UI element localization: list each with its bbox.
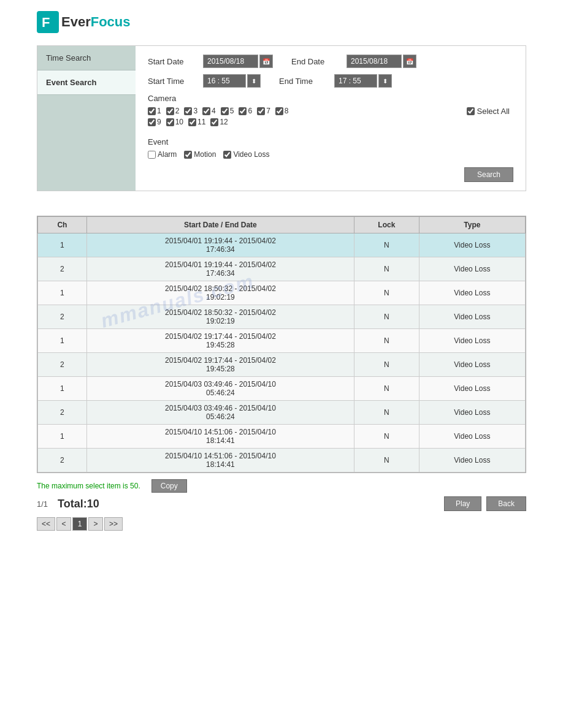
cell-ch: 2	[38, 449, 87, 472]
cell-lock: N	[354, 233, 419, 257]
event-checkbox-motion[interactable]	[184, 151, 192, 159]
play-button[interactable]: Play	[444, 496, 481, 511]
cell-lock: N	[354, 257, 419, 281]
event-checkbox-video-loss[interactable]	[223, 151, 231, 159]
cell-ch: 1	[38, 281, 87, 305]
pagination-last-button[interactable]: >>	[104, 517, 123, 531]
table-row[interactable]: 12015/04/02 19:17:44 - 2015/04/02 19:45:…	[38, 329, 526, 353]
cell-type: Video Loss	[419, 449, 525, 472]
start-time-spinner-button[interactable]: ⬍	[247, 74, 261, 88]
cell-dates: 2015/04/03 03:49:46 - 2015/04/10 05:46:2…	[86, 377, 354, 401]
table-row[interactable]: 12015/04/01 19:19:44 - 2015/04/02 17:46:…	[38, 233, 526, 257]
logo-text: EverFocus	[61, 14, 131, 30]
table-row[interactable]: 22015/04/01 19:19:44 - 2015/04/02 17:46:…	[38, 257, 526, 281]
search-button[interactable]: Search	[464, 167, 513, 182]
page-info: 1/1 Total:10	[37, 498, 99, 510]
cell-type: Video Loss	[419, 305, 525, 329]
cell-ch: 1	[38, 233, 87, 257]
camera-checkbox-1[interactable]	[148, 107, 156, 115]
page-fraction: 1/1	[37, 499, 48, 509]
table-row[interactable]: 22015/04/03 03:49:46 - 2015/04/10 05:46:…	[38, 401, 526, 425]
camera-checkbox-12[interactable]	[210, 118, 218, 126]
event-section: Event Alarm Motion Video Loss	[148, 137, 513, 159]
select-all-checkbox[interactable]	[467, 107, 475, 115]
cell-ch: 1	[38, 377, 87, 401]
table-row[interactable]: 22015/04/02 18:50:32 - 2015/04/02 19:02:…	[38, 305, 526, 329]
camera-item-7: 7	[257, 107, 270, 115]
camera-item-5: 5	[221, 107, 234, 115]
cell-dates: 2015/04/02 18:50:32 - 2015/04/02 19:02:1…	[86, 305, 354, 329]
camera-checkbox-5[interactable]	[221, 107, 229, 115]
pagination-first-button[interactable]: <<	[37, 517, 55, 531]
col-type: Type	[419, 217, 525, 233]
max-note: The maximum select item is 50.	[37, 482, 140, 490]
pagination-current-button[interactable]: 1	[72, 517, 87, 531]
camera-label: Camera	[148, 94, 513, 103]
logo-area: F EverFocus	[0, 0, 563, 39]
camera-checkbox-2[interactable]	[166, 107, 174, 115]
cell-dates: 2015/04/02 19:17:44 - 2015/04/02 19:45:2…	[86, 353, 354, 377]
cell-ch: 2	[38, 305, 87, 329]
start-time-input[interactable]	[203, 74, 246, 88]
start-date-label: Start Date	[148, 57, 203, 66]
event-checkbox-alarm[interactable]	[148, 151, 156, 159]
start-date-calendar-button[interactable]: 📅	[259, 55, 273, 68]
cell-dates: 2015/04/03 03:49:46 - 2015/04/10 05:46:2…	[86, 401, 354, 425]
back-button[interactable]: Back	[486, 496, 526, 511]
camera-checkbox-4[interactable]	[202, 107, 210, 115]
cell-dates: 2015/04/01 19:19:44 - 2015/04/02 17:46:3…	[86, 257, 354, 281]
start-date-input[interactable]	[203, 55, 258, 68]
end-date-input[interactable]	[347, 55, 402, 68]
camera-checkbox-7[interactable]	[257, 107, 265, 115]
cell-type: Video Loss	[419, 281, 525, 305]
event-item-video-loss: Video Loss	[223, 150, 269, 159]
cell-lock: N	[354, 401, 419, 425]
sidebar-item-time-search[interactable]: Time Search	[37, 46, 136, 70]
total-label: Total:10	[58, 498, 99, 510]
camera-section: Camera 1 2 3	[148, 94, 513, 129]
table-row[interactable]: 22015/04/02 19:17:44 - 2015/04/02 19:45:…	[38, 353, 526, 377]
everfocus-logo-icon: F	[37, 11, 59, 33]
table-row[interactable]: 12015/04/02 18:50:32 - 2015/04/02 19:02:…	[38, 281, 526, 305]
pagination-next-button[interactable]: >	[88, 517, 103, 531]
camera-checkbox-10[interactable]	[166, 118, 174, 126]
copy-button[interactable]: Copy	[151, 479, 187, 493]
logo-focus: Focus	[91, 14, 131, 29]
end-time-spinner-button[interactable]: ⬍	[378, 74, 392, 88]
cell-lock: N	[354, 329, 419, 353]
pagination-prev-button[interactable]: <	[56, 517, 71, 531]
camera-row-1: 1 2 3 4 5	[148, 107, 467, 115]
end-time-input[interactable]	[334, 74, 377, 88]
col-lock: Lock	[354, 217, 419, 233]
cell-dates: 2015/04/02 18:50:32 - 2015/04/02 19:02:1…	[86, 281, 354, 305]
cell-ch: 1	[38, 425, 87, 449]
camera-checkbox-6[interactable]	[239, 107, 247, 115]
results-container: mmanuals.com Ch Start Date / End Date Lo…	[37, 216, 526, 473]
cell-dates: 2015/04/02 19:17:44 - 2015/04/02 19:45:2…	[86, 329, 354, 353]
camera-checkbox-11[interactable]	[188, 118, 196, 126]
date-row: Start Date 📅 End Date 📅	[148, 55, 513, 68]
camera-item-1: 1	[148, 107, 161, 115]
pagination: << < 1 > >>	[37, 512, 526, 533]
table-row[interactable]: 22015/04/10 14:51:06 - 2015/04/10 18:14:…	[38, 449, 526, 472]
select-all-row: Select All	[467, 107, 513, 116]
main-container: Time Search Event Search Start Date 📅 En…	[37, 45, 526, 533]
end-date-calendar-button[interactable]: 📅	[403, 55, 416, 68]
search-content: Start Date 📅 End Date 📅 Start Time ⬍ End…	[136, 46, 526, 191]
camera-checkbox-9[interactable]	[148, 118, 156, 126]
cell-lock: N	[354, 353, 419, 377]
table-row[interactable]: 12015/04/03 03:49:46 - 2015/04/10 05:46:…	[38, 377, 526, 401]
camera-checkbox-8[interactable]	[275, 107, 283, 115]
camera-checkbox-3[interactable]	[184, 107, 192, 115]
cell-ch: 1	[38, 329, 87, 353]
cell-type: Video Loss	[419, 425, 525, 449]
svg-text:F: F	[42, 15, 50, 30]
cell-ch: 2	[38, 401, 87, 425]
sidebar-item-event-search[interactable]: Event Search	[37, 70, 136, 95]
camera-item-4: 4	[202, 107, 216, 115]
camera-item-12: 12	[210, 118, 228, 126]
table-row[interactable]: 12015/04/10 14:51:06 - 2015/04/10 18:14:…	[38, 425, 526, 449]
event-label: Event	[148, 137, 513, 146]
event-row: Alarm Motion Video Loss	[148, 150, 513, 159]
end-time-label: End Time	[279, 77, 334, 86]
